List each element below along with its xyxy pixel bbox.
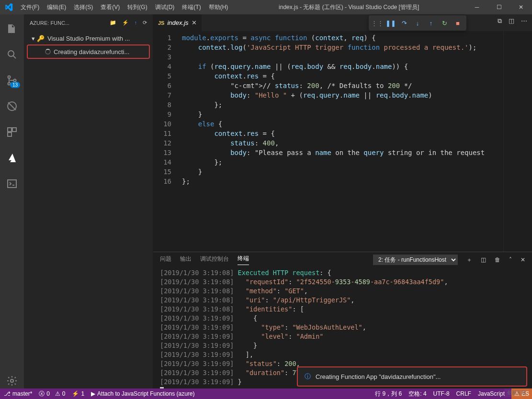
maximize-button[interactable]: ☐ <box>488 0 510 14</box>
vscode-logo-icon <box>0 3 17 11</box>
kill-terminal-icon[interactable]: 🗑 <box>495 256 500 263</box>
status-debug-target[interactable]: ▶ Attach to JavaScript Functions (azure) <box>91 390 194 397</box>
activity-bar: 13 <box>0 14 24 390</box>
menu-debug[interactable]: 调试(D) <box>151 0 179 14</box>
info-icon: ⓘ <box>305 372 311 381</box>
restart-icon[interactable]: ↻ <box>439 17 450 29</box>
extensions-tab-icon[interactable] <box>0 122 24 142</box>
explorer-tab-icon[interactable] <box>0 19 24 38</box>
azure-tab-icon[interactable] <box>0 148 24 167</box>
spinner-icon <box>45 49 51 55</box>
statusbar: ⎇master* ⓧ 0 ⚠ 0 ⚡ 1 ▶ Attach to JavaScr… <box>0 388 532 399</box>
panel-tab-debugconsole[interactable]: 调试控制台 <box>200 255 229 265</box>
creating-label: Creating davidazurefuncti... <box>54 48 129 55</box>
tab-close-icon[interactable]: ✕ <box>192 19 197 26</box>
editor[interactable]: 12345678910111213141516 module.exports =… <box>153 31 532 252</box>
refresh-icon[interactable]: ⟳ <box>143 20 147 26</box>
menu-help[interactable]: 帮助(H) <box>205 0 232 14</box>
tab-label: index.js <box>167 19 188 26</box>
split-terminal-icon[interactable]: ◫ <box>481 256 486 263</box>
subscription-node[interactable]: ▾ 🔑 Visual Studio Premium with ... <box>24 33 153 44</box>
tabs-bar: JS index.js ✕ <box>153 14 532 31</box>
stop-icon[interactable]: ■ <box>452 17 464 29</box>
menu-view[interactable]: 查看(V) <box>97 0 124 14</box>
more-actions-icon[interactable]: ⋯ <box>521 17 527 25</box>
svg-line-6 <box>8 102 16 110</box>
terminal-selector[interactable]: 2: 任务 - runFunctionsHost <box>373 255 458 265</box>
svg-rect-9 <box>8 133 11 136</box>
panel-tabs: 问题 输出 调试控制台 终端 2: 任务 - runFunctionsHost … <box>153 252 532 267</box>
line-gutter: 12345678910111213141516 <box>153 31 178 252</box>
titlebar: 文件(F) 编辑(E) 选择(S) 查看(V) 转到(G) 调试(D) 终端(T… <box>0 0 532 14</box>
watermark: 创新互联 <box>504 388 529 397</box>
branch-icon: ⎇ <box>4 390 11 397</box>
close-button[interactable]: ✕ <box>510 0 532 14</box>
status-ports[interactable]: ⚡ 1 <box>72 390 84 397</box>
editor-area: JS index.js ✕ ⋮⋮ ❚❚ ↷ ↓ ↑ ↻ ■ ⧉ ◫ ⋯ 1234… <box>153 14 532 390</box>
panel-tab-output[interactable]: 输出 <box>180 255 192 265</box>
creating-function-node[interactable]: Creating davidazurefuncti... <box>28 46 149 57</box>
split-diff-icon[interactable]: ⧉ <box>498 17 502 25</box>
notification-toast[interactable]: ⓘ Creating Function App "davidazurefunct… <box>297 366 527 387</box>
svg-point-11 <box>11 379 13 382</box>
menu-edit[interactable]: 编辑(E) <box>43 0 70 14</box>
status-encoding[interactable]: UTF-8 <box>433 390 450 397</box>
drag-handle-icon[interactable]: ⋮⋮ <box>372 17 383 29</box>
search-tab-icon[interactable] <box>0 45 24 64</box>
svg-point-2 <box>8 76 11 78</box>
deploy-icon[interactable]: ↑ <box>135 20 137 26</box>
menu-file[interactable]: 文件(F) <box>17 0 43 14</box>
sidebar-title: AZURE: FUNC... <box>30 20 110 26</box>
svg-rect-10 <box>8 180 16 188</box>
step-out-icon[interactable]: ↑ <box>425 17 437 29</box>
azure-tree: ▾ 🔑 Visual Studio Premium with ... Creat… <box>24 31 153 62</box>
creating-highlight: Creating davidazurefuncti... <box>27 44 150 59</box>
minimap[interactable] <box>503 31 532 252</box>
chevron-down-icon: ▾ <box>32 35 35 42</box>
panel-tab-problems[interactable]: 问题 <box>160 255 171 265</box>
svg-line-1 <box>13 56 16 59</box>
svg-point-4 <box>14 79 16 82</box>
key-icon: 🔑 <box>37 35 45 42</box>
terminal-tab-icon[interactable] <box>0 174 24 193</box>
split-editor-icon[interactable]: ◫ <box>509 17 514 25</box>
status-errors[interactable]: ⓧ 0 ⚠ 0 <box>39 390 65 398</box>
close-panel-icon[interactable]: ✕ <box>521 256 525 263</box>
scm-badge: 13 <box>10 82 20 88</box>
new-terminal-icon[interactable]: ＋ <box>466 256 472 264</box>
pause-icon[interactable]: ❚❚ <box>385 17 396 29</box>
status-language[interactable]: JavaScript <box>478 390 505 397</box>
panel-tab-terminal[interactable]: 终端 <box>238 255 249 265</box>
notification-text: Creating Function App "davidazurefunctio… <box>316 373 441 380</box>
editor-tab-indexjs[interactable]: JS index.js ✕ <box>153 14 202 31</box>
menu-selection[interactable]: 选择(S) <box>70 0 97 14</box>
sidebar: AZURE: FUNC... 📁 ⚡ ↑ ⟳ ▾ 🔑 Visual Studio… <box>24 14 153 390</box>
sidebar-header: AZURE: FUNC... 📁 ⚡ ↑ ⟳ <box>24 14 153 31</box>
svg-point-0 <box>8 51 14 56</box>
window-controls: ─ ☐ ✕ <box>466 0 532 14</box>
create-project-icon[interactable]: 📁 <box>110 20 116 26</box>
maximize-panel-icon[interactable]: ˄ <box>509 256 512 263</box>
minimize-button[interactable]: ─ <box>466 0 488 14</box>
status-cursor[interactable]: 行 9，列 6 <box>375 390 402 398</box>
status-eol[interactable]: CRLF <box>456 390 471 397</box>
window-title: index.js - 无标题 (工作区) - Visual Studio Cod… <box>232 3 466 11</box>
status-branch[interactable]: ⎇master* <box>4 390 32 397</box>
debug-toolbar[interactable]: ⋮⋮ ❚❚ ↷ ↓ ↑ ↻ ■ <box>369 15 466 31</box>
source-control-tab-icon[interactable]: 13 <box>0 71 24 90</box>
create-function-icon[interactable]: ⚡ <box>122 20 129 26</box>
editor-actions: ⧉ ◫ ⋯ <box>498 17 527 25</box>
menu-go[interactable]: 转到(G) <box>124 0 151 14</box>
status-indent[interactable]: 空格: 4 <box>408 390 426 398</box>
subscription-label: Visual Studio Premium with ... <box>47 35 130 42</box>
menu-terminal[interactable]: 终端(T) <box>178 0 204 14</box>
debug-tab-icon[interactable] <box>0 97 24 116</box>
svg-rect-7 <box>8 128 11 132</box>
step-over-icon[interactable]: ↷ <box>398 17 410 29</box>
js-file-icon: JS <box>158 20 164 26</box>
svg-rect-8 <box>12 128 16 132</box>
settings-tab-icon[interactable] <box>0 371 24 390</box>
menu-bar: 文件(F) 编辑(E) 选择(S) 查看(V) 转到(G) 调试(D) 终端(T… <box>17 0 232 14</box>
step-into-icon[interactable]: ↓ <box>412 17 423 29</box>
code-view[interactable]: module.exports = async function (context… <box>178 31 503 252</box>
